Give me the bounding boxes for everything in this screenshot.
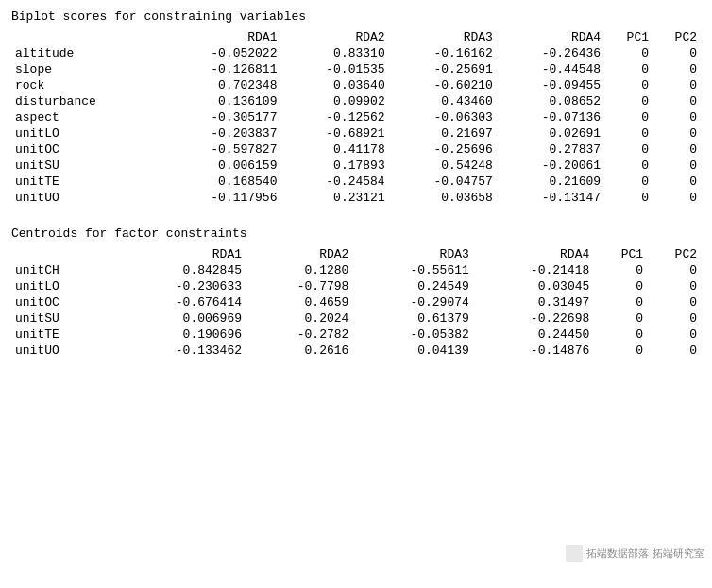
cell-rda4: 0.21609 — [497, 174, 604, 190]
table-row: unitOC -0.676414 0.4659 -0.29074 0.31497… — [11, 294, 701, 311]
cell-pc2: 0 — [653, 142, 701, 158]
row-label: unitUO — [11, 343, 111, 359]
cell-rda4: -0.21418 — [473, 262, 593, 278]
header-rda3-s1: RDA3 — [389, 29, 497, 45]
cell-rda3: -0.06303 — [389, 109, 497, 126]
cell-pc1: 0 — [604, 174, 653, 190]
watermark-logo — [566, 545, 583, 562]
cell-pc2: 0 — [647, 294, 701, 311]
cell-rda1: 0.190696 — [111, 327, 246, 343]
cell-rda2: -0.2782 — [246, 327, 352, 343]
cell-rda1: -0.676414 — [111, 294, 246, 311]
header-pc1-s1: PC1 — [604, 29, 653, 45]
cell-rda2: 0.17893 — [280, 158, 388, 174]
cell-pc1: 0 — [604, 61, 653, 77]
cell-rda4: 0.27837 — [497, 142, 604, 158]
cell-rda4: 0.08652 — [497, 93, 604, 109]
cell-pc1: 0 — [593, 327, 647, 343]
section1: Biplot scores for constraining variables… — [11, 9, 701, 206]
cell-rda1: -0.133462 — [111, 343, 246, 359]
cell-pc1: 0 — [604, 77, 653, 93]
cell-rda2: 0.4659 — [246, 294, 352, 311]
cell-rda3: -0.60210 — [389, 77, 497, 93]
table-row: disturbance 0.136109 0.09902 0.43460 0.0… — [11, 93, 701, 109]
cell-rda1: 0.136109 — [161, 93, 281, 109]
cell-rda3: -0.25696 — [389, 142, 497, 158]
header-rda3-s2: RDA3 — [352, 246, 472, 262]
cell-rda4: -0.20061 — [497, 158, 604, 174]
cell-rda2: 0.83310 — [280, 45, 388, 61]
cell-rda2: 0.2024 — [246, 311, 352, 327]
cell-pc1: 0 — [604, 142, 653, 158]
cell-pc2: 0 — [653, 109, 701, 126]
cell-pc1: 0 — [593, 311, 647, 327]
row-label: unitTE — [11, 174, 161, 190]
section2-table: RDA1 RDA2 RDA3 RDA4 PC1 PC2 unitCH 0.842… — [11, 246, 701, 359]
cell-rda2: -0.01535 — [280, 61, 388, 77]
table-row: unitSU 0.006969 0.2024 0.61379 -0.22698 … — [11, 311, 701, 327]
cell-rda4: 0.24450 — [473, 327, 593, 343]
row-label: altitude — [11, 45, 161, 61]
cell-rda4: 0.31497 — [473, 294, 593, 311]
cell-rda1: -0.052022 — [161, 45, 281, 61]
cell-pc2: 0 — [647, 343, 701, 359]
table-row: unitUO -0.117956 0.23121 0.03658 -0.1314… — [11, 190, 701, 206]
table-row: unitLO -0.230633 -0.7798 0.24549 0.03045… — [11, 278, 701, 294]
cell-rda4: -0.26436 — [497, 45, 604, 61]
cell-rda2: -0.12562 — [280, 109, 388, 126]
cell-rda1: 0.168540 — [161, 174, 281, 190]
row-label: unitSU — [11, 158, 161, 174]
cell-pc2: 0 — [653, 45, 701, 61]
section2-title: Centroids for factor constraints — [11, 227, 701, 241]
header-empty-s2 — [11, 246, 111, 262]
table-row: unitCH 0.842845 0.1280 -0.55611 -0.21418… — [11, 262, 701, 278]
row-label: slope — [11, 61, 161, 77]
watermark: 拓端数据部落 拓端研究室 — [566, 545, 704, 562]
cell-rda1: -0.597827 — [161, 142, 281, 158]
cell-pc1: 0 — [604, 109, 653, 126]
cell-pc2: 0 — [647, 278, 701, 294]
cell-rda4: 0.02691 — [497, 126, 604, 142]
spacer1 — [11, 210, 701, 227]
cell-rda3: 0.24549 — [352, 278, 472, 294]
header-rda4-s2: RDA4 — [473, 246, 593, 262]
cell-rda3: -0.16162 — [389, 45, 497, 61]
watermark-text: 拓端数据部落 — [586, 546, 649, 561]
cell-rda3: -0.04757 — [389, 174, 497, 190]
table-row: unitTE 0.168540 -0.24584 -0.04757 0.2160… — [11, 174, 701, 190]
table-row: slope -0.126811 -0.01535 -0.25691 -0.445… — [11, 61, 701, 77]
table-row: altitude -0.052022 0.83310 -0.16162 -0.2… — [11, 45, 701, 61]
cell-pc2: 0 — [653, 77, 701, 93]
row-label: unitOC — [11, 294, 111, 311]
row-label: disturbance — [11, 93, 161, 109]
cell-rda4: 0.03045 — [473, 278, 593, 294]
cell-rda2: 0.41178 — [280, 142, 388, 158]
cell-rda1: -0.305177 — [161, 109, 281, 126]
table-row: aspect -0.305177 -0.12562 -0.06303 -0.07… — [11, 109, 701, 126]
cell-pc1: 0 — [593, 278, 647, 294]
section1-title: Biplot scores for constraining variables — [11, 9, 701, 24]
row-label: unitTE — [11, 327, 111, 343]
cell-pc2: 0 — [653, 190, 701, 206]
cell-rda3: 0.61379 — [352, 311, 472, 327]
cell-rda2: -0.68921 — [280, 126, 388, 142]
cell-rda1: -0.117956 — [161, 190, 281, 206]
cell-pc1: 0 — [604, 190, 653, 206]
cell-pc1: 0 — [604, 126, 653, 142]
cell-pc1: 0 — [593, 343, 647, 359]
cell-rda1: 0.842845 — [111, 262, 246, 278]
table-row: unitTE 0.190696 -0.2782 -0.05382 0.24450… — [11, 327, 701, 343]
table-row: unitSU 0.006159 0.17893 0.54248 -0.20061… — [11, 158, 701, 174]
header-rda2-s1: RDA2 — [280, 29, 388, 45]
cell-pc2: 0 — [653, 61, 701, 77]
cell-pc2: 0 — [653, 93, 701, 109]
cell-rda1: 0.006969 — [111, 311, 246, 327]
section1-header-row: RDA1 RDA2 RDA3 RDA4 PC1 PC2 — [11, 29, 701, 45]
cell-pc2: 0 — [653, 158, 701, 174]
cell-pc2: 0 — [647, 327, 701, 343]
cell-rda4: -0.22698 — [473, 311, 593, 327]
row-label: rock — [11, 77, 161, 93]
cell-pc1: 0 — [604, 93, 653, 109]
cell-pc1: 0 — [604, 45, 653, 61]
table-row: rock 0.702348 0.03640 -0.60210 -0.09455 … — [11, 77, 701, 93]
